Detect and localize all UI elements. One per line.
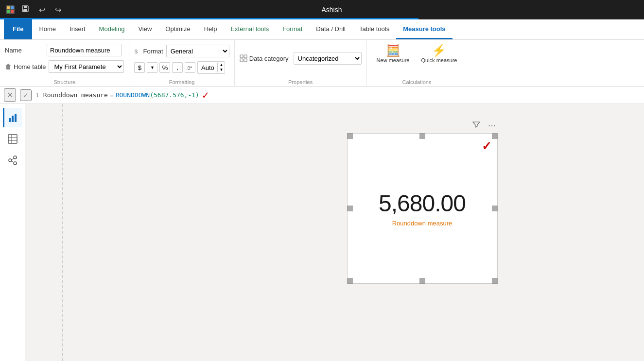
ribbon-group-formatting: $ Format General Currency Percentage Num… <box>129 40 234 86</box>
ribbon-properties-content: Data category Uncategorized Address City <box>240 43 362 76</box>
svg-rect-10 <box>244 55 247 58</box>
ribbon-format-row: $ Format General Currency Percentage Num… <box>134 45 229 57</box>
currency-btn[interactable]: $ <box>134 62 145 73</box>
filter-button[interactable] <box>470 120 482 131</box>
data-category-label: Data category <box>240 54 289 62</box>
handle-bottom-right[interactable] <box>492 278 498 284</box>
menu-item-insert[interactable]: Insert <box>63 19 92 39</box>
handle-middle-right[interactable] <box>492 206 498 211</box>
formula-function-name: ROUNDDOWN <box>116 91 150 99</box>
name-label: Name <box>5 47 44 54</box>
menu-item-help[interactable]: Help <box>197 19 224 39</box>
spinner-down-btn[interactable]: ▼ <box>218 68 225 72</box>
more-options-icon: ⋯ <box>488 121 496 130</box>
title-bar-user: Ashish <box>321 6 342 14</box>
svg-rect-3 <box>11 10 14 13</box>
handle-top-right[interactable] <box>492 133 498 139</box>
dropdown-arrow-btn[interactable]: ▼ <box>147 62 157 73</box>
decimal-value-input[interactable]: Auto <box>198 63 217 72</box>
menu-item-view[interactable]: View <box>131 19 158 39</box>
svg-rect-5 <box>24 6 27 8</box>
percent-btn[interactable]: % <box>159 62 170 73</box>
formula-measure-name: Rounddown measure <box>43 91 108 99</box>
format-label: $ Format <box>134 48 163 55</box>
formula-line-number: 1 <box>35 91 39 99</box>
undo-button[interactable]: ↩ <box>36 4 48 16</box>
menu-item-measure-tools[interactable]: Measure tools <box>396 19 452 39</box>
handle-middle-left[interactable] <box>347 206 353 211</box>
decimal-increase-btn[interactable]: .0 <box>185 62 195 73</box>
menu-item-external-tools[interactable]: External tools <box>224 19 276 39</box>
handle-top-middle[interactable] <box>419 133 425 139</box>
format-select[interactable]: General Currency Percentage Number <box>166 45 229 57</box>
ribbon-home-table-row: Home table My First Parameter <box>5 60 124 73</box>
new-measure-button[interactable]: 🧮 New measure <box>372 43 415 66</box>
spinner-up-btn[interactable]: ▲ <box>218 63 225 68</box>
visual-toolbar: ⋯ <box>470 120 498 131</box>
visual-checkmark: ✓ <box>482 139 491 153</box>
redo-button[interactable]: ↪ <box>52 4 64 16</box>
handle-top-left[interactable] <box>347 133 353 139</box>
formula-confirm-button[interactable]: ✓ <box>20 89 32 101</box>
sidebar-item-model[interactable] <box>3 151 22 170</box>
menu-item-format[interactable]: Format <box>276 19 309 39</box>
svg-point-22 <box>14 162 17 165</box>
home-table-select[interactable]: My First Parameter <box>49 60 124 73</box>
menu-item-home[interactable]: Home <box>32 19 63 39</box>
handle-bottom-left[interactable] <box>347 278 353 284</box>
svg-rect-14 <box>12 116 14 122</box>
formula-bar: ✕ ✓ 1 Rounddown measure = ROUNDDOWN (568… <box>0 86 644 104</box>
handle-bottom-middle[interactable] <box>419 278 425 284</box>
svg-text:.0: .0 <box>186 66 191 71</box>
dotted-border-line <box>62 104 63 361</box>
ribbon-formatting-content: $ Format General Currency Percentage Num… <box>134 43 229 76</box>
sidebar-item-table[interactable] <box>3 129 22 149</box>
svg-point-20 <box>9 159 12 162</box>
app-icon <box>6 5 15 14</box>
menu-item-optimize[interactable]: Optimize <box>158 19 197 39</box>
decimal-spinner: Auto ▲ ▼ <box>197 61 225 74</box>
quick-measure-button[interactable]: ⚡ Quick measure <box>416 43 462 66</box>
ribbon-format-symbols-row: $ ▼ % , .0 Auto ▲ ▼ <box>134 61 229 74</box>
comma-btn[interactable]: , <box>172 62 183 73</box>
formula-cancel-button[interactable]: ✕ <box>4 88 16 102</box>
formula-equals: = <box>110 91 114 99</box>
home-table-label: Home table <box>5 63 46 70</box>
formula-content: 1 Rounddown measure = ROUNDDOWN (5687.57… <box>35 89 640 101</box>
svg-rect-6 <box>23 9 27 12</box>
svg-rect-13 <box>9 118 11 122</box>
canvas-area: ⋯ ✓ 5,680.00 Rounddown measure <box>25 104 644 361</box>
name-input[interactable]: Rounddown measure <box>47 44 122 56</box>
ribbon-group-properties: Data category Uncategorized Address City… <box>235 40 367 86</box>
svg-rect-2 <box>7 10 10 13</box>
menu-item-data-drill[interactable]: Data / Drill <box>309 19 352 39</box>
formatting-label: Formatting <box>134 78 229 86</box>
ribbon-group-calculations: 🧮 New measure ⚡ Quick measure Calculatio… <box>367 40 467 86</box>
svg-text:$: $ <box>135 49 138 54</box>
spinner-buttons: ▲ ▼ <box>217 63 225 72</box>
menu-bar: File Home Insert Modeling View Optimize … <box>0 19 644 40</box>
visual-value: 5,680.00 <box>379 190 466 217</box>
formula-args: (5687.576,-1) <box>150 91 199 99</box>
svg-point-21 <box>14 156 17 159</box>
calculations-label: Calculations <box>372 78 462 86</box>
menu-item-file[interactable]: File <box>4 19 32 39</box>
title-bar-left: ↩ ↪ <box>6 4 64 16</box>
ribbon: Name Rounddown measure Home table My Fir… <box>0 40 644 86</box>
ribbon-name-row: Name Rounddown measure <box>5 44 124 56</box>
visual-card[interactable]: ✓ 5,680.00 Rounddown measure <box>347 133 498 284</box>
menu-item-modeling[interactable]: Modeling <box>92 19 132 39</box>
ribbon-calculations-content: 🧮 New measure ⚡ Quick measure <box>372 43 462 76</box>
new-measure-icon: 🧮 <box>386 45 400 56</box>
menu-item-table-tools[interactable]: Table tools <box>352 19 396 39</box>
sidebar-item-chart[interactable] <box>3 108 22 127</box>
properties-label: Properties <box>240 78 362 86</box>
save-button[interactable] <box>18 4 32 16</box>
main-area: ⋯ ✓ 5,680.00 Rounddown measure <box>0 104 644 361</box>
data-category-select[interactable]: Uncategorized Address City <box>294 52 362 65</box>
svg-rect-15 <box>15 114 17 122</box>
visual-container: ⋯ ✓ 5,680.00 Rounddown measure <box>347 133 498 284</box>
more-options-button[interactable]: ⋯ <box>486 120 498 131</box>
svg-line-23 <box>12 158 14 160</box>
structure-label: Structure <box>5 78 124 86</box>
